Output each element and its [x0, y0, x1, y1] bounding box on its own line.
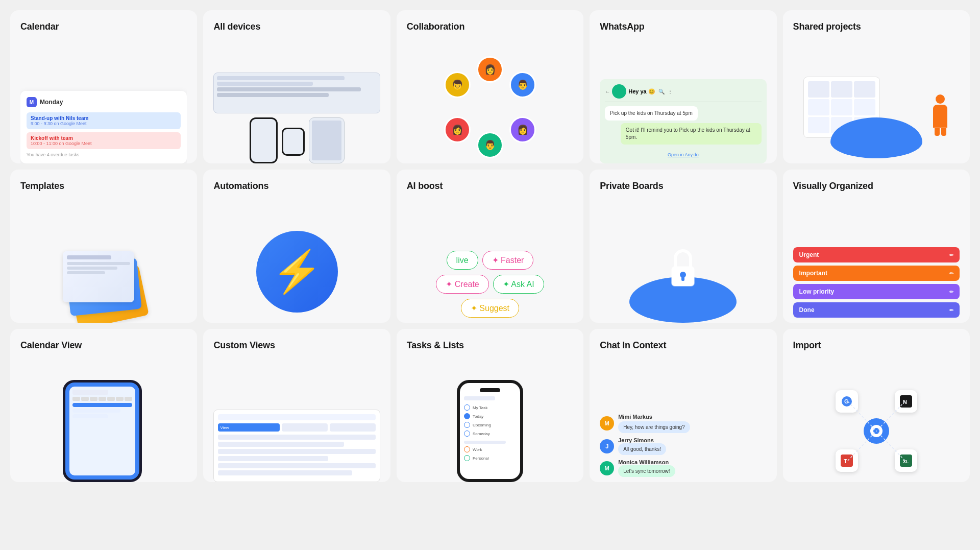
- priority-label-important: Important: [799, 270, 827, 277]
- wa-msg-sent: Got it! I'll remind you to Pick up the k…: [621, 123, 762, 145]
- tasks-divider: [464, 441, 506, 444]
- cv-tab-1: [282, 423, 328, 432]
- cv-row-6: [218, 470, 352, 475]
- automations-preview: ⚡: [213, 221, 380, 323]
- cv-row-4: [218, 456, 328, 461]
- card-collaboration-visual: 👩 👨 👩 👨 👩 👦: [407, 41, 573, 163]
- card-customview-visual: View: [213, 360, 380, 482]
- card-shared-projects: Shared projects: [783, 10, 970, 163]
- chat-bubble-1: Hey, how are things going?: [618, 421, 690, 433]
- import-preview: G N T XL: [793, 380, 960, 482]
- tasks-preview: My Task Today Upcoming Someday: [407, 380, 573, 482]
- tablet-device: [309, 117, 345, 163]
- chat-person-3: M Monica Williamson Let's sync tomorrow!: [600, 459, 766, 477]
- chat-avatar-2: J: [600, 439, 614, 453]
- cal-day-label: Monday: [40, 99, 63, 106]
- task-check-4: [464, 431, 470, 437]
- svg-rect-2: [681, 276, 684, 281]
- svg-text:XL: XL: [903, 459, 909, 464]
- chat-avatar-3: M: [600, 461, 614, 475]
- chat-person-1-name: Mimi Markus: [618, 414, 690, 420]
- card-calendar-view: Calendar View: [10, 329, 197, 482]
- card-tasks-lists: Tasks & Lists My Task Today: [397, 329, 583, 482]
- calview-days-grid: [72, 397, 132, 401]
- import-excel-icon: XL: [895, 449, 917, 472]
- priority-label-urgent: Urgent: [799, 251, 819, 258]
- calendar-preview: M Monday Stand-up with Nils team 9:00 - …: [20, 91, 187, 163]
- cv-tab-active: View: [218, 423, 279, 432]
- card-ai-boost: AI boost live ✦ Faster ✦ Create ✦ Ask AI…: [397, 170, 583, 323]
- card-automations-visual: ⚡: [213, 201, 380, 323]
- priority-label-low: Low priority: [799, 288, 835, 295]
- card-calendar-view-title: Calendar View: [20, 340, 82, 351]
- card-chat-context-title: Chat In Context: [600, 340, 666, 351]
- phone-notch: [480, 388, 500, 392]
- chat-preview: M Mimi Markus Hey, how are things going?…: [600, 409, 766, 482]
- cal-header: M Monday: [27, 97, 181, 107]
- card-shared-projects-title: Shared projects: [793, 21, 861, 32]
- avatar-5: 👩: [444, 116, 471, 143]
- priority-bar-important: Important ✏: [793, 266, 960, 281]
- lightning-circle: ⚡: [256, 231, 338, 313]
- calview-phone-screen: [65, 382, 139, 480]
- card-templates-visual: [20, 201, 187, 323]
- import-google-icon: G: [836, 390, 858, 413]
- wa-open-link[interactable]: Open in Any.do: [668, 152, 699, 157]
- svg-text:T: T: [844, 458, 847, 464]
- ai-tags-row-2: ✦ Create ✦ Ask AI: [436, 275, 544, 294]
- wa-link[interactable]: Open in Any.do: [605, 149, 761, 158]
- card-calendar-visual: M Monday Stand-up with Nils team 9:00 - …: [20, 41, 187, 163]
- avatar-1: 👩: [477, 56, 503, 83]
- board-cell: [808, 99, 829, 115]
- task-item-1: My Task: [464, 404, 516, 411]
- ai-tag-live: live: [447, 251, 478, 270]
- priority-bar-urgent: Urgent ✏: [793, 247, 960, 262]
- customview-preview: View: [213, 410, 380, 482]
- lock-container: [629, 231, 737, 323]
- card-templates-title: Templates: [20, 181, 64, 192]
- mobile-devices-row: [213, 117, 380, 163]
- priority-bar-low: Low priority ✏: [793, 284, 960, 299]
- card-shared-visual: [793, 41, 960, 163]
- card-chat-context: Chat In Context M Mimi Markus Hey, how a…: [590, 329, 776, 482]
- card-automations: Automations ⚡: [203, 170, 390, 323]
- card-collaboration: Collaboration 👩 👨 👩 👨 👩 👦: [397, 10, 583, 163]
- calview-event-1: [72, 403, 132, 407]
- priority-bar-done: Done ✏: [793, 302, 960, 318]
- calview-event-3: [72, 414, 108, 418]
- card-whatsapp: WhatsApp ← Hey ya 😊 🔍 ⋮ Pick up: [590, 10, 776, 163]
- card-all-devices-title: All devices: [213, 21, 260, 32]
- wa-header: ← Hey ya 😊 🔍 ⋮: [605, 84, 761, 102]
- task-item-4: Someday: [464, 431, 516, 437]
- cal-event-2-time: 10:00 - 11:00 on Google Meet: [31, 141, 177, 146]
- template-1: [63, 251, 134, 302]
- card-calendar-title: Calendar: [20, 21, 59, 32]
- wa-search-icon: 🔍: [658, 89, 665, 94]
- board-cell: [831, 81, 852, 98]
- cal-footer-text: You have 4 overdue tasks: [27, 152, 181, 157]
- whatsapp-preview: ← Hey ya 😊 🔍 ⋮ Pick up the kids on Thurs…: [600, 79, 766, 163]
- ai-tag-suggest: ✦ Suggest: [461, 299, 519, 318]
- card-chat-visual: M Mimi Markus Hey, how are things going?…: [600, 360, 766, 482]
- avatar-4: 👨: [477, 132, 503, 158]
- card-private-visual: [600, 201, 766, 323]
- chat-person-1-info: Mimi Markus Hey, how are things going?: [618, 414, 690, 433]
- cal-event-1: Stand-up with Nils team 9:00 - 9:30 on G…: [27, 112, 181, 129]
- card-visually-organized-title: Visually Organized: [793, 181, 873, 192]
- cv-tabs: View: [218, 423, 375, 432]
- lock-svg-icon: [657, 241, 708, 297]
- cal-event-2: Kickoff with team 10:00 - 11:00 on Googl…: [27, 132, 181, 149]
- wa-contact-name: Hey ya 😊: [628, 88, 655, 95]
- avatar-3: 👩: [509, 116, 536, 143]
- cal-logo-icon: M: [27, 97, 37, 107]
- card-all-devices: All devices: [203, 10, 390, 163]
- card-import: Import G N: [783, 329, 970, 482]
- wa-msg-received-text: Pick up the kids on Thursday at 5pm: [610, 110, 693, 116]
- cal-event-2-title: Kickoff with team: [31, 135, 177, 141]
- collaboration-avatars: 👩 👨 👩 👨 👩 👦: [407, 51, 573, 163]
- board-cell: [808, 81, 829, 98]
- shared-preview: [793, 61, 960, 163]
- card-ai-boost-title: AI boost: [407, 181, 443, 192]
- import-icons-container: G N T XL: [830, 385, 922, 477]
- phone-device: [250, 117, 278, 163]
